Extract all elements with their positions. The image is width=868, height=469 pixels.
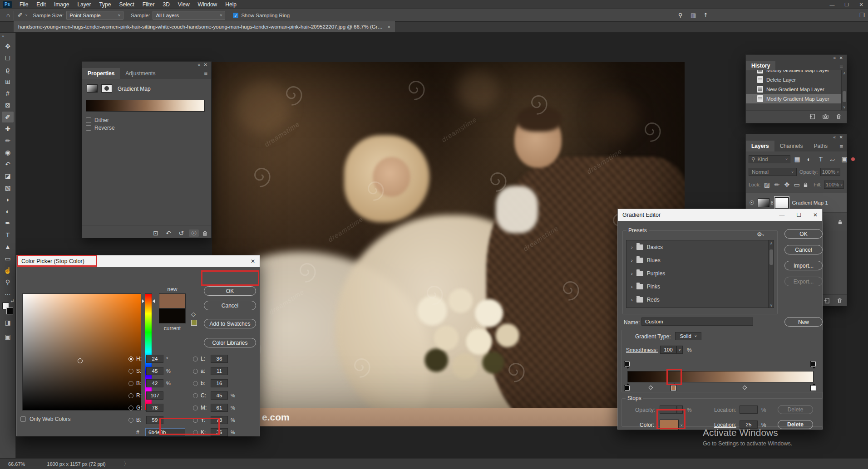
color-value-field[interactable]: 11: [211, 367, 228, 375]
color-mode-radio[interactable]: [128, 405, 133, 410]
filter-smart-objects-icon[interactable]: ▣: [839, 156, 849, 163]
delete-adjustment-icon[interactable]: [202, 230, 208, 237]
blend-mode-dropdown[interactable]: Normal ˅: [749, 168, 797, 176]
menu-item[interactable]: Window: [194, 0, 222, 9]
reverse-checkbox[interactable]: [86, 125, 91, 131]
eyedropper-tool[interactable]: ✐: [2, 112, 14, 122]
collapse-panel-icon[interactable]: »: [2, 34, 4, 39]
eraser-tool[interactable]: ◪: [2, 171, 14, 181]
menu-item[interactable]: 3D: [158, 0, 173, 9]
color-value-field[interactable]: 78: [146, 404, 163, 412]
ok-button[interactable]: OK: [204, 286, 256, 296]
search-icon[interactable]: ⚲: [678, 12, 683, 19]
filter-adjustment-layers-icon[interactable]: ◐: [804, 156, 814, 163]
panel-menu-icon[interactable]: ≡: [839, 143, 843, 150]
close-panel-icon[interactable]: ✕: [839, 135, 843, 140]
gradient-tool[interactable]: ▧: [2, 182, 14, 193]
color-stop-black[interactable]: [625, 383, 631, 391]
filter-type-layers-icon[interactable]: T: [816, 156, 826, 163]
quick-mask-button[interactable]: ◨: [2, 317, 14, 328]
object-selection-tool[interactable]: ⊞: [2, 76, 14, 87]
delete-opacity-stop-button[interactable]: Delete: [778, 405, 813, 414]
path-selection-tool[interactable]: ▲: [2, 241, 14, 252]
color-mode-radio[interactable]: [128, 357, 133, 362]
menu-item[interactable]: Image: [50, 0, 73, 9]
blur-tool[interactable]: ◗: [2, 194, 14, 205]
chevron-down-icon[interactable]: ˅: [25, 13, 28, 17]
history-source-checkbox[interactable]: [749, 96, 753, 102]
color-mode-radio[interactable]: [128, 418, 133, 423]
history-state-row[interactable]: Delete Layer: [746, 75, 847, 84]
color-sample-marker[interactable]: [78, 358, 83, 363]
history-state-row[interactable]: Modify Gradient Map Layer: [746, 94, 847, 103]
history-source-checkbox[interactable]: [749, 77, 753, 83]
history-scrollbar[interactable]: ∧ ∨: [841, 70, 847, 110]
show-sampling-ring-checkbox[interactable]: ✓: [233, 13, 238, 18]
chevron-right-icon[interactable]: ›: [631, 244, 633, 250]
presets-scrollbar[interactable]: ∧ ∨: [768, 240, 774, 308]
layer-mask-thumbnail[interactable]: [775, 197, 789, 208]
close-panel-icon[interactable]: ✕: [204, 62, 207, 67]
move-tool[interactable]: ✥: [2, 41, 14, 52]
menu-item[interactable]: Filter: [138, 0, 159, 9]
mask-link-icon[interactable]: 8: [771, 200, 774, 205]
color-value-field[interactable]: 45: [211, 391, 228, 400]
saturation-brightness-field[interactable]: [22, 293, 141, 410]
layer-filter-dropdown[interactable]: ⚲ Kind ˅: [749, 155, 790, 163]
close-panel-icon[interactable]: ✕: [839, 55, 843, 60]
lock-position-icon[interactable]: ✥: [783, 181, 790, 188]
menu-item[interactable]: View: [174, 0, 194, 9]
clip-to-layer-icon[interactable]: ⊡: [151, 230, 161, 237]
history-state-row[interactable]: Modify Gradient Map Layer: [746, 70, 847, 75]
import-button[interactable]: Import...: [784, 261, 823, 270]
color-mode-radio[interactable]: [193, 405, 198, 410]
cancel-button[interactable]: Cancel: [204, 301, 256, 310]
color-mode-radio[interactable]: [193, 381, 198, 386]
menu-item[interactable]: Select: [115, 0, 138, 9]
color-mode-radio[interactable]: [193, 369, 198, 374]
hue-slider-left-arrow-icon[interactable]: [142, 299, 144, 303]
collapse-icon[interactable]: «: [833, 135, 836, 140]
dodge-tool[interactable]: ◐: [2, 206, 14, 217]
chevron-right-icon[interactable]: ›: [631, 258, 633, 263]
color-mode-radio[interactable]: [128, 369, 133, 374]
tab-properties[interactable]: Properties: [82, 68, 120, 79]
color-mode-radio[interactable]: [193, 393, 198, 398]
new-layer-icon[interactable]: [824, 297, 830, 304]
opacity-stop-left[interactable]: [625, 362, 631, 369]
new-document-from-state-icon[interactable]: [809, 113, 816, 120]
history-state-row[interactable]: New Gradient Map Layer: [746, 84, 847, 94]
minimize-icon[interactable]: —: [828, 0, 836, 9]
healing-brush-tool[interactable]: ✚: [2, 123, 14, 134]
dither-checkbox[interactable]: [86, 117, 91, 123]
export-button[interactable]: Export...: [784, 277, 823, 286]
foreground-background-swatches[interactable]: ⇄: [2, 303, 13, 314]
pen-tool[interactable]: ✒: [2, 218, 14, 229]
swap-colors-icon[interactable]: ⇄: [10, 298, 14, 303]
filter-pixel-layers-icon[interactable]: ▦: [792, 156, 802, 163]
rectangle-tool[interactable]: ▭: [2, 253, 14, 264]
cancel-button[interactable]: Cancel: [784, 245, 823, 254]
opacity-stop-right[interactable]: [811, 362, 817, 369]
color-value-field[interactable]: 42: [146, 379, 163, 387]
web-safe-color-swatch[interactable]: [191, 320, 197, 326]
gradient-editor-titlebar[interactable]: Gradient Editor — ☐ ✕: [618, 209, 822, 221]
menu-item[interactable]: Type: [95, 0, 115, 9]
current-color-swatch[interactable]: [159, 308, 186, 323]
menu-item[interactable]: Help: [221, 0, 241, 9]
only-web-colors-checkbox[interactable]: [20, 416, 26, 422]
new-gradient-button[interactable]: New: [784, 317, 823, 327]
hand-tool[interactable]: ☝: [2, 265, 14, 276]
tab-adjustments[interactable]: Adjustments: [120, 68, 161, 79]
more-tools[interactable]: ⋯: [2, 288, 14, 299]
fill-field[interactable]: 100% ˅: [824, 181, 844, 189]
chevron-right-icon[interactable]: ›: [631, 297, 633, 303]
sample-size-dropdown[interactable]: Point Sample ˅: [66, 11, 123, 20]
chevron-right-icon[interactable]: ›: [631, 271, 633, 276]
maximize-icon[interactable]: ☐: [843, 0, 851, 9]
filtering-toggle-icon[interactable]: [851, 157, 855, 161]
sample-dropdown[interactable]: All Layers ˅: [153, 11, 225, 20]
reset-adjustment-icon[interactable]: ↺: [176, 230, 186, 237]
tab-layers[interactable]: Layers: [746, 141, 774, 151]
marquee-tool[interactable]: ☐: [2, 53, 14, 64]
